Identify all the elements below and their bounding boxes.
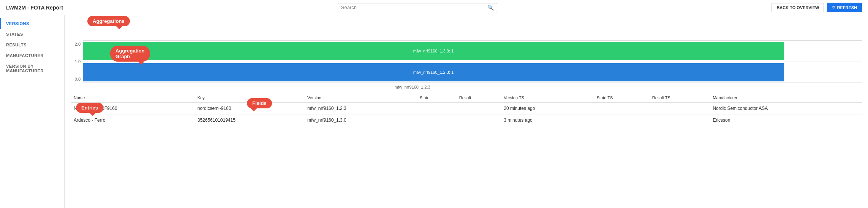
bar-green-label: mfw_nrf9160_1.3.0: 1 xyxy=(413,49,454,53)
cell-version: mfw_nrf9160_1.2.3 xyxy=(304,103,417,114)
y-label-0: 0.0 xyxy=(75,77,81,81)
annotation-entries: Entries xyxy=(76,103,103,113)
y-label-2: 2.0 xyxy=(75,42,81,46)
annotation-aggregations: Aggregations xyxy=(87,16,130,26)
cell-manufacturer: Ericsson xyxy=(710,114,862,126)
cell-state xyxy=(417,114,456,126)
col-header-result: Result xyxy=(456,93,501,103)
cell-version_ts: 20 minutes ago xyxy=(501,103,593,114)
chart-bar-green: mfw_nrf9160_1.3.0: 1 xyxy=(83,42,784,60)
chart-bar-blue: mfw_nrf9160_1.2.3: 1 xyxy=(83,63,784,81)
cell-version: mfw_nrf9160_1.3.0 xyxy=(304,114,417,126)
sidebar-item-versions[interactable]: VERSIONS xyxy=(0,18,64,29)
cell-version_ts: 3 minutes ago xyxy=(501,114,593,126)
sidebar-item-manufacturer[interactable]: MANUFACTURER xyxy=(0,50,64,61)
y-label-1: 1.0 xyxy=(75,59,81,64)
sidebar-item-results[interactable]: RESULTS xyxy=(0,40,64,50)
search-input[interactable] xyxy=(341,5,487,10)
annotation-fields: Fields xyxy=(247,98,272,108)
cell-result_ts xyxy=(649,114,710,126)
chart-wrapper: 2.0 1.0 0.0 mfw_nrf9160_1.3.0: 1 xyxy=(71,40,862,83)
annotation-aggregation-graph: AggregationGraph xyxy=(110,46,150,62)
content-area: Aggregations AggregationGraph Entries Fi… xyxy=(65,15,868,208)
data-table: Name Key Version State Result Version TS… xyxy=(71,93,862,126)
back-to-overview-button[interactable]: BACK TO OVERVIEW xyxy=(772,3,824,12)
cell-result xyxy=(456,103,501,114)
header: LWM2M - FOTA Report 🔍 BACK TO OVERVIEW ↻… xyxy=(0,0,868,15)
cell-result xyxy=(456,114,501,126)
col-header-version-ts: Version TS xyxy=(501,93,593,103)
search-container[interactable]: 🔍 xyxy=(338,3,497,12)
chart-area: 2.0 1.0 0.0 mfw_nrf9160_1.3.0: 1 xyxy=(71,40,862,90)
bar-row-green: mfw_nrf9160_1.3.0: 1 xyxy=(83,40,862,62)
col-header-name: Name xyxy=(71,93,194,103)
table-header-row: Name Key Version State Result Version TS… xyxy=(71,93,862,103)
main-layout: VERSIONS STATES RESULTS MANUFACTURER VER… xyxy=(0,15,868,208)
cell-state xyxy=(417,103,456,114)
sidebar: VERSIONS STATES RESULTS MANUFACTURER VER… xyxy=(0,15,65,208)
bar-blue-label: mfw_nrf9160_1.2.3: 1 xyxy=(413,70,454,75)
col-header-version: Version xyxy=(304,93,417,103)
col-header-state: State xyxy=(417,93,456,103)
cell-key: 352656101019415 xyxy=(194,114,304,126)
search-icon: 🔍 xyxy=(487,5,494,11)
y-axis: 2.0 1.0 0.0 xyxy=(71,40,83,83)
app-title: LWM2M - FOTA Report xyxy=(6,5,63,11)
cell-name: Ardesco - Ferro xyxy=(71,114,194,126)
col-header-result-ts: Result TS xyxy=(649,93,710,103)
cell-result_ts xyxy=(649,103,710,114)
header-buttons: BACK TO OVERVIEW ↻ REFRESH xyxy=(772,3,862,12)
refresh-label: REFRESH xyxy=(837,5,857,10)
table-section: Name Key Version State Result Version TS… xyxy=(71,93,862,126)
cell-state_ts xyxy=(594,114,649,126)
cell-manufacturer: Nordic Semiconductor ASA xyxy=(710,103,862,114)
refresh-icon: ↻ xyxy=(832,5,835,10)
cell-state_ts xyxy=(594,103,649,114)
col-header-state-ts: State TS xyxy=(594,93,649,103)
table-row: Ardesco - Ferro352656101019415mfw_nrf916… xyxy=(71,114,862,126)
chart-bars-container: mfw_nrf9160_1.3.0: 1 mfw_nrf9160_1.2.3: … xyxy=(83,40,862,83)
table-row: NordicSemi nRF9160nordicsemi-9160mfw_nrf… xyxy=(71,103,862,114)
col-header-manufacturer: Manufacturer xyxy=(710,93,862,103)
sidebar-item-states[interactable]: STATES xyxy=(0,29,64,40)
x-axis-label-area: mfw_nrf9160_1.2.3 xyxy=(83,84,862,90)
refresh-button[interactable]: ↻ REFRESH xyxy=(827,3,862,12)
sidebar-item-version-by-manufacturer[interactable]: VERSION BY MANUFACTURER xyxy=(0,61,64,76)
bar-row-blue: mfw_nrf9160_1.2.3: 1 xyxy=(83,62,862,83)
x-label: mfw_nrf9160_1.2.3 xyxy=(394,85,430,89)
